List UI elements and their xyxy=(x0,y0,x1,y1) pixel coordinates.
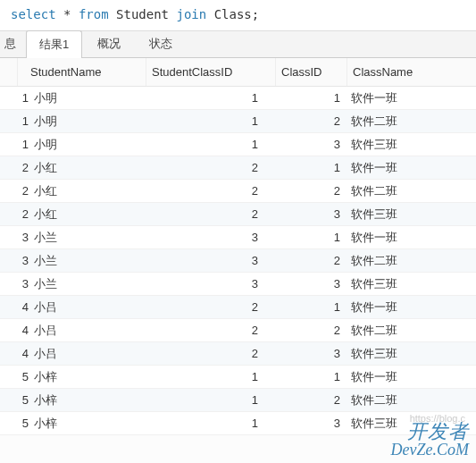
cell-classid: 2 xyxy=(276,184,347,198)
cell-studentclassid: 3 xyxy=(146,254,276,267)
tab-status[interactable]: 状态 xyxy=(136,29,186,57)
table-row[interactable]: 5小梓13软件三班 xyxy=(0,412,476,435)
table-row[interactable]: 5小梓12软件二班 xyxy=(0,389,476,412)
tab-messages[interactable]: 息 xyxy=(0,29,24,57)
watermark-line2: DevZe.CoM xyxy=(391,442,469,458)
sql-keyword: select xyxy=(11,7,56,21)
table-row[interactable]: 4小吕21软件一班 xyxy=(0,296,476,319)
cell-classid: 3 xyxy=(276,207,347,221)
cell-studentname: 小明 xyxy=(30,137,146,153)
result-tabs: 息 结果1 概况 状态 xyxy=(0,31,476,58)
cell-classname: 软件一班 xyxy=(347,230,476,246)
cell-classid: 1 xyxy=(276,161,347,174)
cell-studentclassid: 3 xyxy=(146,231,276,244)
cell-studentclassid: 3 xyxy=(146,277,276,290)
cell-classname: 软件二班 xyxy=(347,114,476,130)
table-row[interactable]: 3小兰33软件三班 xyxy=(0,273,476,296)
tab-result1[interactable]: 结果1 xyxy=(26,30,82,58)
table-row[interactable]: 3小兰31软件一班 xyxy=(0,226,476,249)
table-row[interactable]: 3小兰32软件二班 xyxy=(0,249,476,273)
cell-classname: 软件一班 xyxy=(347,160,476,176)
cell-studentclassid: 1 xyxy=(146,114,276,128)
cell-classname: 软件三班 xyxy=(347,206,476,223)
table-row[interactable]: 2小红21软件一班 xyxy=(0,156,476,180)
cell-studentname: 小明 xyxy=(30,90,146,106)
table-row[interactable]: 4小吕22软件二班 xyxy=(0,319,476,342)
cell-studentid: 5 xyxy=(18,417,30,430)
cell-classid: 3 xyxy=(276,417,347,430)
cell-studentid: 5 xyxy=(18,393,30,407)
cell-studentname: 小明 xyxy=(30,114,146,130)
cell-studentid: 4 xyxy=(18,347,30,360)
cell-studentname: 小兰 xyxy=(30,230,146,246)
cell-studentname: 小梓 xyxy=(30,369,146,385)
cell-studentname: 小红 xyxy=(30,183,146,199)
cell-studentname: 小吕 xyxy=(30,346,146,362)
table-row[interactable]: 1小明13软件三班 xyxy=(0,133,476,156)
cell-studentclassid: 2 xyxy=(146,300,276,314)
table-row[interactable]: 1小明11软件一班 xyxy=(0,87,476,110)
cell-studentid: 4 xyxy=(18,300,30,314)
cell-studentname: 小吕 xyxy=(30,299,146,316)
cell-classname: 软件三班 xyxy=(347,137,476,153)
cell-studentclassid: 2 xyxy=(146,324,276,337)
col-header-classid[interactable]: ClassID xyxy=(276,58,347,86)
table-row[interactable]: 2小红22软件二班 xyxy=(0,180,476,203)
tab-overview[interactable]: 概况 xyxy=(84,29,134,57)
sql-token: Class xyxy=(214,7,252,21)
cell-classname: 软件二班 xyxy=(347,392,476,408)
cell-classname: 软件二班 xyxy=(347,253,476,269)
sql-token: Student xyxy=(116,7,169,21)
cell-studentname: 小红 xyxy=(30,206,146,223)
cell-studentid: 3 xyxy=(18,254,30,267)
cell-classid: 2 xyxy=(276,324,347,337)
cell-studentid: 2 xyxy=(18,161,30,174)
cell-studentclassid: 1 xyxy=(146,417,276,430)
cell-classname: 软件三班 xyxy=(347,276,476,292)
cell-studentname: 小红 xyxy=(30,160,146,176)
cell-classid: 2 xyxy=(276,393,347,407)
grid-body: 1小明11软件一班1小明12软件二班1小明13软件三班2小红21软件一班2小红2… xyxy=(0,87,476,435)
sql-editor[interactable]: select * from Student join Class; xyxy=(0,0,476,31)
table-row[interactable]: 4小吕23软件三班 xyxy=(0,342,476,366)
col-header-classname[interactable]: ClassName xyxy=(347,65,476,79)
col-header-studentname[interactable]: StudentName xyxy=(30,58,146,86)
row-number-header[interactable] xyxy=(0,58,18,86)
cell-classname: 软件三班 xyxy=(347,416,476,432)
cell-studentclassid: 1 xyxy=(146,91,276,105)
cell-classid: 2 xyxy=(276,114,347,128)
cell-studentclassid: 1 xyxy=(146,393,276,407)
cell-studentname: 小兰 xyxy=(30,253,146,269)
cell-classname: 软件一班 xyxy=(347,90,476,106)
cell-classname: 软件二班 xyxy=(347,183,476,199)
cell-studentclassid: 2 xyxy=(146,347,276,360)
table-row[interactable]: 5小梓11软件一班 xyxy=(0,366,476,389)
cell-classname: 软件一班 xyxy=(347,299,476,316)
cell-studentid: 1 xyxy=(18,91,30,105)
cell-classname: 软件一班 xyxy=(347,369,476,385)
cell-studentid: 5 xyxy=(18,370,30,383)
cell-studentid: 1 xyxy=(18,138,30,151)
cell-classid: 1 xyxy=(276,370,347,383)
table-row[interactable]: 2小红23软件三班 xyxy=(0,203,476,226)
cell-studentid: 1 xyxy=(18,114,30,128)
col-header-studentclassid[interactable]: StudentClassID xyxy=(146,58,276,86)
sql-keyword: join xyxy=(177,7,207,21)
cell-classname: 软件三班 xyxy=(347,346,476,362)
sql-token: * xyxy=(63,7,71,21)
cell-classid: 1 xyxy=(276,231,347,244)
cell-classid: 3 xyxy=(276,277,347,290)
cell-studentname: 小吕 xyxy=(30,323,146,339)
cell-classid: 2 xyxy=(276,254,347,267)
cell-studentname: 小梓 xyxy=(30,392,146,408)
cell-studentid: 3 xyxy=(18,277,30,290)
table-row[interactable]: 1小明12软件二班 xyxy=(0,110,476,133)
cell-classid: 3 xyxy=(276,138,347,151)
cell-studentclassid: 2 xyxy=(146,161,276,174)
cell-classname: 软件二班 xyxy=(347,323,476,339)
cell-studentname: 小兰 xyxy=(30,276,146,292)
grid-header-row: StudentName StudentClassID ClassID Class… xyxy=(0,58,476,87)
cell-classid: 1 xyxy=(276,91,347,105)
cell-classid: 1 xyxy=(276,300,347,314)
result-grid: StudentName StudentClassID ClassID Class… xyxy=(0,58,476,435)
